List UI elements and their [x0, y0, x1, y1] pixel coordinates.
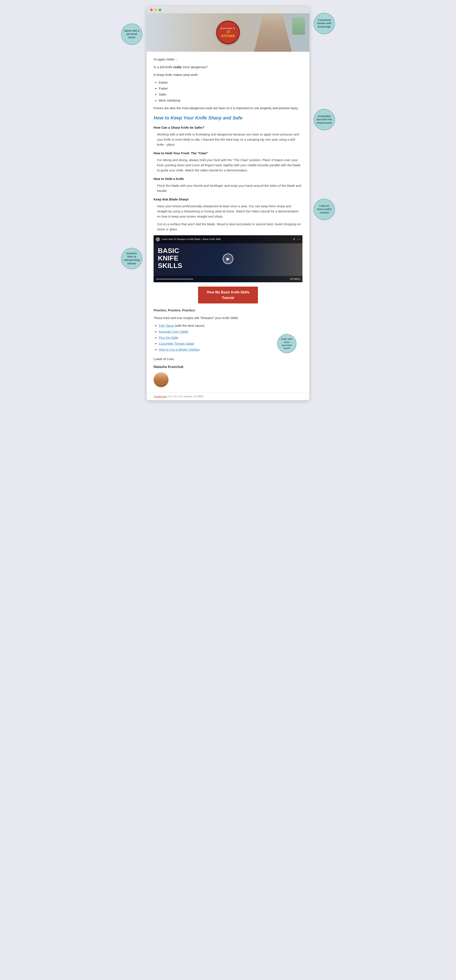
- footer-address: | P.O. Box 161, Meridian, ID 83680: [167, 395, 203, 398]
- logo-brand-sub: KITCHEN: [222, 34, 234, 38]
- video-controls-bar: ━━━━━━━━━━━━━━━━━━━━━━━━━ ⊞ FullScrn: [153, 276, 303, 282]
- maximize-dot[interactable]: [159, 8, 161, 11]
- email-footer: Unsubscribe | P.O. Box 161, Meridian, ID…: [147, 392, 309, 400]
- annotation-personal-touch: Starts with a personal touch: [121, 24, 142, 45]
- plant-decoration: [292, 18, 305, 35]
- recipe-item-1: Fish Tacos (with the best sauce): [159, 323, 303, 328]
- logo-wheat-icon: 🌾: [226, 30, 230, 34]
- recipe-link-5[interactable]: How to Cut a Whole Chicken: [159, 348, 200, 351]
- unsubscribe-link[interactable]: Unsubscribe: [153, 395, 167, 398]
- sign-off: Loads of Love, Natasha Kravchuk: [153, 356, 303, 387]
- logo-brand-name: NATASHA'S: [221, 27, 236, 30]
- annotation-links-more: Links to more useful content: [314, 199, 335, 220]
- video-share-icon: ↗: [292, 237, 295, 242]
- benefit-item-1: Easier: [159, 80, 303, 85]
- subsection-4-body1: Have your knives professionally sharpene…: [157, 204, 303, 219]
- recipe-link-1[interactable]: Fish Tacos: [159, 324, 174, 328]
- author-name: Natasha Kravchuk: [153, 364, 303, 370]
- greeting-text: Hi again Hollie --: [153, 57, 303, 62]
- safety-note: Knives are also the most dangerous tools…: [153, 105, 303, 111]
- page-wrapper: Starts with a personal touch Consistent …: [147, 6, 309, 400]
- benefit-list: Easier Faster Safer More satisfying: [159, 80, 303, 103]
- video-time: ⊞ FullScrn: [290, 277, 300, 281]
- video-title-text: Learn How To Sharpen a Knife Blade + Bas…: [162, 237, 221, 241]
- benefit-item-3: Safer: [159, 92, 303, 97]
- annotation-actionable-tips: Actionable tips form the email lesson: [314, 109, 335, 130]
- subsection-1-body: Working with a dull knife is frustrating…: [157, 132, 303, 147]
- practice-heading: Practice, Practice, Practice:: [153, 308, 303, 313]
- intro-text: A sharp knife makes prep work:: [153, 72, 303, 77]
- minimize-dot[interactable]: [155, 8, 157, 11]
- sign-off-text: Loads of Love,: [153, 356, 303, 361]
- browser-titlebar: [147, 6, 309, 13]
- subsection-3-heading: How to Hold a Knife: [153, 176, 303, 181]
- recipe-suffix-1: (with the best sauce): [175, 324, 204, 328]
- benefit-item-4: More satisfying: [159, 98, 303, 103]
- video-channel-avatar: [156, 237, 160, 242]
- annotation-consistent-header: Consistent header with brand logo: [314, 13, 335, 34]
- video-title-bar: Learn How To Sharpen a Knife Blade + Bas…: [153, 235, 303, 243]
- cta-button[interactable]: View My Basic Knife Skills Tutorial: [198, 286, 258, 304]
- practice-subtext: These tried and true recipes will "Sharp…: [153, 315, 303, 321]
- video-options-icon: ⋯: [297, 237, 300, 242]
- subsection-1-heading: How Can a Sharp Knife be Safer?: [153, 125, 303, 130]
- subsection-2-heading: How to Hold Your Food: The "Claw": [153, 151, 303, 156]
- header-image: NATASHA'S 🌾 KITCHEN: [147, 13, 309, 52]
- annotation-ends-personal: Ends with more personal touch: [277, 334, 297, 353]
- benefit-item-2: Faster: [159, 86, 303, 91]
- opening-question: Is a dull knife really more dangerous?: [153, 65, 303, 70]
- video-play-button[interactable]: ▶: [223, 253, 233, 264]
- subsection-4-body2: Cut on a surface that won't dull the bla…: [157, 221, 303, 232]
- recipe-link-4[interactable]: Cucumber Tomato Salad: [159, 342, 194, 345]
- main-section-heading: How to Keep Your Knife Sharp and Safe: [153, 114, 303, 122]
- annotation-includes-links: Includes links to relevant blog articles: [121, 248, 142, 269]
- video-progress-bar: ━━━━━━━━━━━━━━━━━━━━━━━━━: [156, 277, 193, 281]
- author-avatar: [153, 372, 169, 387]
- brand-logo: NATASHA'S 🌾 KITCHEN: [216, 21, 240, 44]
- subsection-4-heading: Keep that Blade Sharp!: [153, 197, 303, 202]
- video-overlay-text: BASIC KNIFE SKILLS: [158, 247, 182, 270]
- close-dot[interactable]: [150, 8, 153, 11]
- video-thumbnail[interactable]: Learn How To Sharpen a Knife Blade + Bas…: [153, 235, 303, 282]
- recipe-link-3[interactable]: Pico De Gallo: [159, 336, 179, 339]
- recipe-link-2[interactable]: Avocado Corn Salad: [159, 330, 188, 333]
- recipe-item-2: Avocado Corn Salad: [159, 329, 303, 334]
- subsection-2-body: For slicing and dicing, always hold your…: [157, 158, 303, 173]
- email-header: NATASHA'S 🌾 KITCHEN: [147, 13, 309, 52]
- subsection-3-body: Pinch the blade with your thumb and fore…: [157, 183, 303, 193]
- avatar-image: [153, 372, 169, 387]
